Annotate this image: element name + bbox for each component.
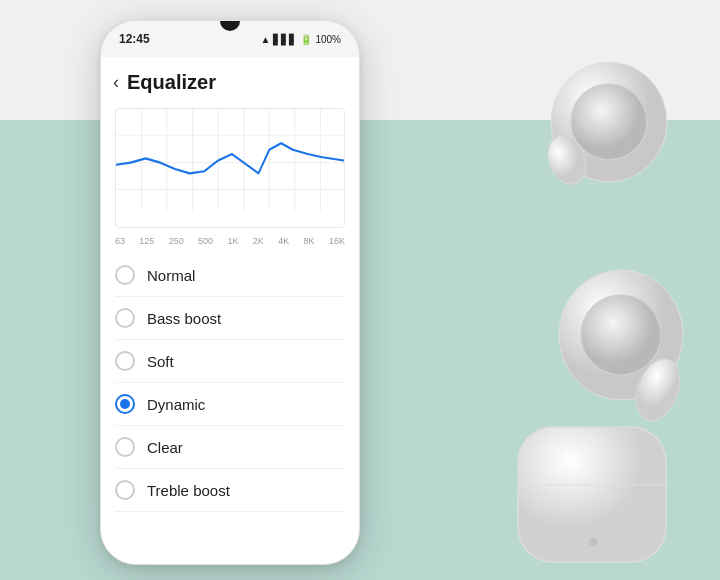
- freq-16k: 16K: [329, 236, 345, 246]
- option-label-treble-boost: Treble boost: [147, 482, 230, 499]
- earbud-left: [543, 250, 698, 440]
- radio-clear[interactable]: [115, 437, 135, 457]
- battery-percent: 100%: [315, 34, 341, 45]
- radio-normal[interactable]: [115, 265, 135, 285]
- radio-soft[interactable]: [115, 351, 135, 371]
- phone-status-bar: 12:45 ▲ ▋▋▋ 🔋 100%: [101, 21, 359, 57]
- eq-option-bass-boost[interactable]: Bass boost: [115, 297, 345, 340]
- phone-time: 12:45: [119, 32, 150, 46]
- wifi-icon: ▲: [261, 34, 271, 45]
- freq-250: 250: [169, 236, 184, 246]
- eq-option-dynamic[interactable]: Dynamic: [115, 383, 345, 426]
- eq-freq-labels: 63 125 250 500 1K 2K 4K 8K 16K: [101, 236, 359, 254]
- freq-8k: 8K: [304, 236, 315, 246]
- option-label-bass-boost: Bass boost: [147, 310, 221, 327]
- back-button[interactable]: ‹: [113, 72, 119, 93]
- battery-icon: 🔋: [300, 34, 312, 45]
- eq-chart-svg: [116, 109, 344, 227]
- option-label-soft: Soft: [147, 353, 174, 370]
- phone-status-icons: ▲ ▋▋▋ 🔋 100%: [261, 34, 341, 45]
- eq-option-normal[interactable]: Normal: [115, 254, 345, 297]
- phone: 12:45 ▲ ▋▋▋ 🔋 100% ‹ Equalizer: [100, 20, 360, 565]
- eq-chart: [115, 108, 345, 228]
- scene: 12:45 ▲ ▋▋▋ 🔋 100% ‹ Equalizer: [0, 0, 720, 580]
- phone-notch: [220, 21, 240, 31]
- radio-bass-boost[interactable]: [115, 308, 135, 328]
- signal-icon: ▋▋▋: [273, 34, 297, 45]
- eq-option-treble-boost[interactable]: Treble boost: [115, 469, 345, 512]
- eq-options-list: Normal Bass boost Soft: [101, 254, 359, 512]
- option-label-clear: Clear: [147, 439, 183, 456]
- freq-63: 63: [115, 236, 125, 246]
- app-header: ‹ Equalizer: [101, 57, 359, 102]
- radio-dynamic[interactable]: [115, 394, 135, 414]
- page-title: Equalizer: [127, 71, 216, 94]
- freq-500: 500: [198, 236, 213, 246]
- option-label-dynamic: Dynamic: [147, 396, 205, 413]
- svg-point-15: [581, 295, 661, 375]
- radio-treble-boost[interactable]: [115, 480, 135, 500]
- option-label-normal: Normal: [147, 267, 195, 284]
- freq-2k: 2K: [253, 236, 264, 246]
- freq-1k: 1K: [227, 236, 238, 246]
- eq-option-soft[interactable]: Soft: [115, 340, 345, 383]
- svg-point-12: [571, 84, 647, 160]
- svg-point-19: [589, 538, 597, 546]
- freq-125: 125: [139, 236, 154, 246]
- freq-4k: 4K: [278, 236, 289, 246]
- eq-option-clear[interactable]: Clear: [115, 426, 345, 469]
- phone-screen: ‹ Equalizer: [101, 57, 359, 564]
- earbud-right: [537, 50, 672, 195]
- radio-dynamic-fill: [120, 399, 130, 409]
